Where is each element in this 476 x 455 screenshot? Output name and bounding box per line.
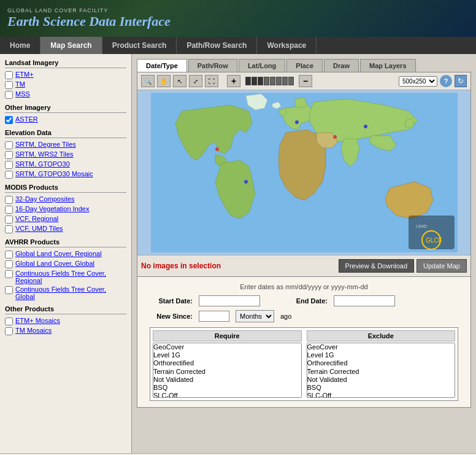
map-size-select[interactable]: 500x250 400x200 600x300 [399, 76, 437, 87]
sidebar: Landsat Imagery ETM+ TM MSS Other Imager… [0, 54, 132, 453]
sidebar-item-glc-global: Global Land Cover, Global [5, 260, 126, 268]
zoom-pip-5 [270, 77, 275, 85]
zoom-pip-8 [288, 77, 294, 85]
link-glc-global[interactable]: Global Land Cover, Global [15, 260, 94, 267]
link-etm[interactable]: ETM+ [15, 71, 34, 78]
sidebar-section-title-other-products: Other Products [5, 305, 126, 314]
link-srtm-wrs2[interactable]: SRTM, WRS2 Tiles [15, 150, 74, 158]
sidebar-item-vcf-regional: VCF, Regional [5, 215, 126, 224]
cursor-btn[interactable]: ⤢ [189, 75, 202, 87]
update-map-btn[interactable]: Update Map [416, 259, 467, 273]
link-16day-veg[interactable]: 16-Day Vegetation Index [15, 205, 89, 212]
world-map[interactable]: UMD GLCF [151, 93, 458, 252]
checkbox-32day[interactable] [5, 196, 13, 204]
zoom-out-btn[interactable]: − [299, 75, 312, 87]
sidebar-item-vcf-umd: VCF, UMD Tiles [5, 225, 126, 233]
require-header: Require [153, 330, 302, 341]
exclude-column: Exclude GeoCover Level 1G Orthorectified… [307, 330, 456, 398]
checkbox-srtm-deg[interactable] [5, 141, 13, 149]
sidebar-item-mss: MSS [5, 90, 126, 99]
tab-bar: Date/Type Path/Row Lat/Long Place Draw M… [137, 59, 471, 72]
zoom-pip-2 [251, 77, 257, 85]
nav-path-row-search[interactable]: Path/Row Search [177, 37, 257, 54]
link-srtm-deg[interactable]: SRTM, Degree Tiles [15, 141, 76, 148]
checkbox-srtm-gtopo-mosaic[interactable] [5, 171, 13, 179]
tab-place[interactable]: Place [286, 59, 323, 72]
link-vcf-umd[interactable]: VCF, UMD Tiles [15, 225, 63, 232]
sidebar-item-cftc-global: Continuous Fields Tree Cover, Global [5, 286, 126, 300]
sidebar-item-32day: 32-Day Composites [5, 195, 126, 204]
checkbox-mss[interactable] [5, 91, 13, 99]
link-etm-mosaics[interactable]: ETM+ Mosaics [15, 317, 60, 324]
sidebar-section-other-products: Other Products ETM+ Mosaics TM Mosaics [5, 305, 126, 335]
zoom-pip-1 [245, 77, 251, 85]
checkbox-srtm-wrs2[interactable] [5, 151, 13, 159]
link-tm-mosaics[interactable]: TM Mosaics [15, 327, 52, 334]
checkbox-vcf-regional[interactable] [5, 216, 13, 224]
checkbox-16day-veg[interactable] [5, 206, 13, 214]
link-cftc-regional[interactable]: Continuous Fields Tree Cover, Regional [15, 270, 126, 284]
tab-lat-long[interactable]: Lat/Long [239, 59, 285, 72]
start-date-label: Start Date: [150, 297, 193, 305]
checkbox-tm-mosaics[interactable] [5, 327, 13, 335]
link-srtm-gtopo[interactable]: SRTM, GTOPO30 [15, 160, 70, 168]
link-mss[interactable]: MSS [15, 90, 30, 98]
link-aster[interactable]: ASTER [15, 115, 38, 123]
nav-workspace[interactable]: Workspace [257, 37, 317, 54]
map-refresh-btn[interactable]: ↻ [455, 75, 467, 87]
checkbox-glc-regional[interactable] [5, 251, 13, 259]
start-date-input[interactable] [199, 295, 260, 306]
new-since-input[interactable] [199, 311, 229, 322]
checkbox-etm[interactable] [5, 71, 13, 79]
svg-point-5 [215, 147, 219, 151]
header-title: Earth Science Data Interface [7, 14, 171, 29]
sidebar-item-srtm-gtopo-mosaic: SRTM, GTOPO30 Mosaic [5, 170, 126, 179]
tab-path-row[interactable]: Path/Row [188, 59, 237, 72]
checkbox-tm[interactable] [5, 81, 13, 89]
tab-map-layers[interactable]: Map Layers [360, 59, 416, 72]
preview-download-btn[interactable]: Preview & Download [339, 259, 415, 273]
svg-rect-1 [409, 216, 455, 249]
link-glc-regional[interactable]: Global Land Cover, Regional [15, 250, 102, 257]
end-date-input[interactable] [334, 295, 395, 306]
exclude-list[interactable]: GeoCover Level 1G Orthorectified Terrain… [307, 343, 456, 398]
nav-map-search[interactable]: Map Search [40, 37, 102, 54]
zoom-slider[interactable] [245, 77, 294, 85]
sidebar-item-etm: ETM+ [5, 71, 126, 79]
link-32day[interactable]: 32-Day Composites [15, 195, 75, 203]
sidebar-section-title-other: Other Imagery [5, 104, 126, 113]
svg-point-9 [364, 125, 367, 128]
exclude-header: Exclude [307, 330, 456, 341]
sidebar-item-aster: ASTER [5, 115, 126, 124]
link-srtm-gtopo-mosaic[interactable]: SRTM, GTOPO30 Mosaic [15, 170, 93, 177]
nav-product-search[interactable]: Product Search [102, 37, 177, 54]
checkbox-aster[interactable] [5, 116, 13, 124]
checkbox-etm-mosaics[interactable] [5, 317, 13, 325]
checkbox-vcf-umd[interactable] [5, 225, 13, 233]
checkbox-cftc-global[interactable] [5, 286, 13, 294]
link-cftc-global[interactable]: Continuous Fields Tree Cover, Global [15, 286, 126, 300]
nav-home[interactable]: Home [0, 37, 40, 54]
map-action-bar: No images in selection Preview & Downloa… [137, 255, 470, 276]
link-vcf-regional[interactable]: VCF, Regional [15, 215, 58, 222]
tab-date-type[interactable]: Date/Type [137, 59, 187, 72]
ago-text: ago [280, 313, 291, 320]
pan-btn[interactable]: ✋ [157, 75, 171, 87]
select-btn[interactable]: ↖ [173, 75, 186, 87]
zoom-in-plus-btn[interactable]: + [227, 75, 240, 87]
svg-text:GLCF: GLCF [426, 237, 442, 244]
map-panel: 🔍 ✋ ↖ ⤢ ⛶ + − [137, 72, 471, 277]
main-layout: Landsat Imagery ETM+ TM MSS Other Imager… [0, 54, 476, 453]
checkbox-cftc-regional[interactable] [5, 270, 13, 278]
header-subtitle: Global Land Cover Facility [7, 7, 171, 14]
zoom-pip-4 [264, 77, 269, 85]
map-info-btn[interactable]: ? [440, 75, 452, 87]
fullscreen-btn[interactable]: ⛶ [205, 75, 218, 87]
require-list[interactable]: GeoCover Level 1G Orthorectified Terrain… [153, 343, 302, 398]
tab-draw[interactable]: Draw [324, 59, 359, 72]
months-select[interactable]: Days Months Years [236, 310, 274, 322]
checkbox-glc-global[interactable] [5, 260, 13, 268]
zoom-in-btn[interactable]: 🔍 [141, 75, 155, 87]
checkbox-srtm-gtopo[interactable] [5, 161, 13, 169]
link-tm[interactable]: TM [15, 80, 25, 88]
